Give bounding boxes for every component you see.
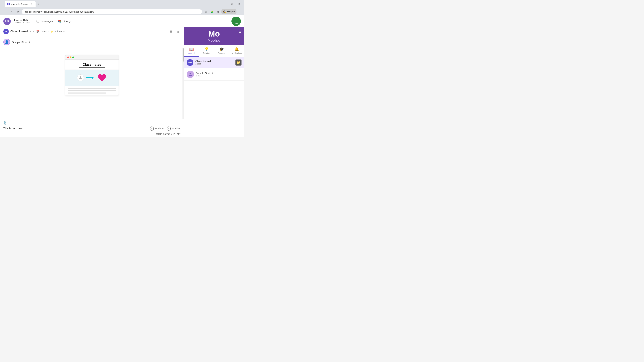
back-button[interactable]: ← <box>2 9 7 14</box>
sidebar-student-name: Sample Student <box>196 72 242 75</box>
card-header: Classmates <box>65 60 118 70</box>
dates-arrow[interactable]: › <box>48 30 49 33</box>
address-bar[interactable]: app.seesaw.me/#/class/class.e01bf4c2-9a2… <box>22 9 202 14</box>
students-label: Students <box>155 127 164 130</box>
maximize-button[interactable]: □ <box>229 2 236 6</box>
extensions-button[interactable]: 🧩 <box>209 9 215 14</box>
student-icon: 👤 <box>5 40 9 44</box>
new-tab-button[interactable]: + <box>36 2 41 7</box>
menu-button[interactable]: ⋮ <box>237 9 242 14</box>
students-button[interactable]: + Students <box>150 126 164 131</box>
class-avatar: Mo <box>3 29 9 34</box>
progress-tab-label: Progress <box>218 52 225 54</box>
card-line-2 <box>68 90 116 91</box>
arrow-group <box>77 74 94 81</box>
sidebar-class-name: Moodjoy <box>208 38 220 42</box>
class-name: Class Journal <box>10 30 28 33</box>
list-view-button[interactable]: ☰ <box>168 29 174 34</box>
post-text: This is our class! <box>3 127 23 130</box>
timestamp: March 4, 2024 5:47 PM <box>156 133 179 135</box>
tab-notifications[interactable]: 🔔 Notifications <box>229 45 244 57</box>
refresh-button[interactable]: ↻ <box>15 9 20 14</box>
user-name: Lauren Deli <box>14 18 30 21</box>
journal-header: Mo Class Journal ▾ ‹ 📅 Dates › 📁 Folders… <box>0 27 184 36</box>
svg-point-3 <box>190 73 191 74</box>
messages-label: Messages <box>42 20 53 23</box>
svg-point-0 <box>80 76 81 78</box>
calendar-icon: 📅 <box>36 30 40 33</box>
folders-dropdown-arrow: ▾ <box>64 30 64 33</box>
sidebar-item-title: Class Journal <box>196 60 234 63</box>
activities-tab-icon: 💡 <box>204 47 209 51</box>
card-line-1 <box>68 88 116 89</box>
student-name: Sample Student <box>12 41 30 43</box>
tab-close-button[interactable]: × <box>30 2 33 6</box>
families-label: Families <box>172 127 180 130</box>
library-label: Library <box>63 20 70 23</box>
library-nav-item[interactable]: 📚 Library <box>58 19 70 23</box>
folder-icon: 📁 <box>237 61 240 64</box>
sidebar-item-info: Class Journal 1 post <box>196 60 234 65</box>
user-role: Teacher · 1 Class <box>14 21 30 24</box>
sidebar-mo-text: Mo <box>208 30 220 38</box>
minimize-button[interactable]: ─ <box>222 2 228 6</box>
user-info: Lauren Deli Teacher · 1 Class <box>14 18 30 24</box>
grid-view-button[interactable]: ▦ <box>175 29 180 34</box>
split-button[interactable]: ⧉ <box>215 9 221 14</box>
url-text: app.seesaw.me/#/class/class.e01bf4c2-9a2… <box>25 10 94 13</box>
bookmark-button[interactable]: ☆ <box>203 9 209 14</box>
right-sidebar: ⚙ Mo Moodjoy 📖 Journal 💡 Activities 🎓 Pr… <box>184 27 244 137</box>
sidebar-folder-button[interactable]: 📁 <box>236 59 242 65</box>
students-plus-icon: + <box>150 126 154 131</box>
folders-button[interactable]: 📁 Folders ▾ <box>51 30 64 33</box>
close-button[interactable]: ✕ <box>236 2 242 6</box>
app-header: LD Lauren Deli Teacher · 1 Class 💬 Messa… <box>0 15 244 27</box>
cyan-arrow-icon <box>86 76 94 80</box>
sidebar-student-item[interactable]: Sample Student 1 post <box>184 68 244 81</box>
card-lines <box>65 86 118 95</box>
activities-tab-label: Activities <box>203 52 210 54</box>
card-visual <box>65 70 118 86</box>
sidebar-student-avatar <box>187 71 194 78</box>
sidebar-item-avatar: Mo <box>187 59 193 66</box>
student-row[interactable]: 👤 Sample Student <box>0 36 184 48</box>
add-button[interactable]: + Add <box>232 16 241 26</box>
journal-tab-label: Journal <box>188 52 194 54</box>
tab-activities[interactable]: 💡 Activities <box>199 45 214 57</box>
sidebar-journal-item[interactable]: Mo Class Journal 1 post 📁 <box>184 57 244 68</box>
forward-button[interactable]: → <box>8 9 14 14</box>
tab-progress[interactable]: 🎓 Progress <box>214 45 229 57</box>
messages-icon: 💬 <box>36 19 40 23</box>
classmates-card: Classmates <box>65 55 119 96</box>
header-nav: 💬 Messages 📚 Library <box>36 19 70 23</box>
link-icon[interactable]: 🔗 <box>2 120 8 125</box>
view-buttons: ☰ ▦ <box>168 29 180 34</box>
tab-journal[interactable]: 📖 Journal <box>184 45 199 57</box>
timestamp-dropdown-icon[interactable]: ▾ <box>180 133 180 135</box>
class-dropdown-arrow[interactable]: ▾ <box>30 30 31 33</box>
content-area: Classmates <box>0 48 184 119</box>
student-avatar: 👤 <box>3 39 10 45</box>
sidebar-student-info: Sample Student 1 post <box>196 72 242 77</box>
messages-nav-item[interactable]: 💬 Messages <box>36 19 53 23</box>
nav-back-arrow[interactable]: ‹ <box>32 29 34 33</box>
dates-button[interactable]: 📅 Dates <box>36 30 47 33</box>
library-icon: 📚 <box>58 19 62 23</box>
folder-icon: 📁 <box>51 30 54 33</box>
dates-label: Dates <box>40 30 47 33</box>
sidebar-content: Mo Class Journal 1 post 📁 <box>184 57 244 137</box>
sidebar-header: ⚙ Mo Moodjoy <box>184 27 244 45</box>
bottom-section: 🔗 This is our class! + Students <box>0 119 184 137</box>
notifications-tab-icon: 🔔 <box>234 47 239 51</box>
card-line-3 <box>68 92 106 93</box>
browser-tab[interactable]: S Journal - Seesaw × <box>5 1 36 7</box>
journal-tab-icon: 📖 <box>189 47 194 51</box>
avatar: LD <box>3 17 11 25</box>
notifications-tab-label: Notifications <box>232 52 242 54</box>
pink-heart-icon <box>97 73 107 82</box>
families-button[interactable]: + Families <box>167 126 180 131</box>
settings-icon[interactable]: ⚙ <box>238 30 242 34</box>
folders-label: Folders <box>54 30 62 33</box>
tab-favicon: S <box>8 3 10 5</box>
svg-marker-2 <box>92 77 94 79</box>
